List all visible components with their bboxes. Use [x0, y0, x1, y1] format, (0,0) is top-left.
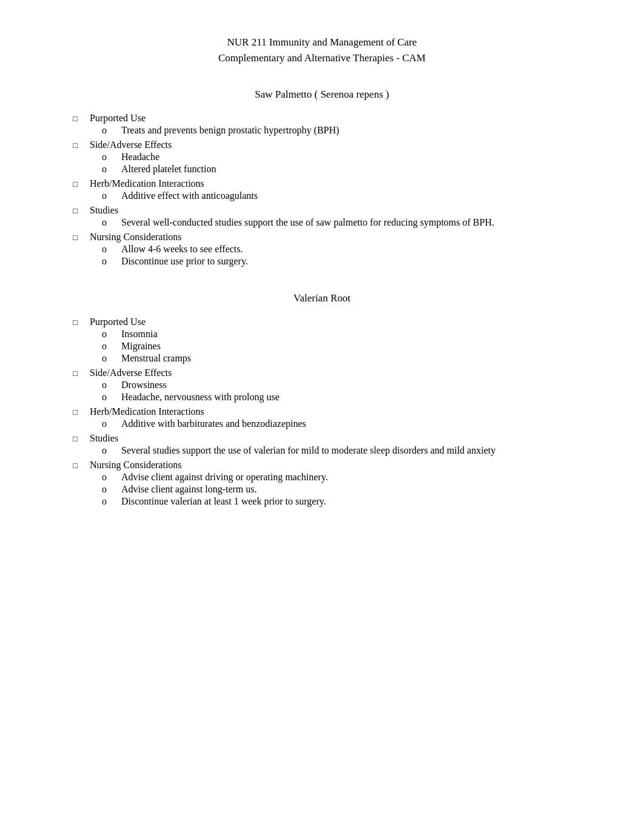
item-label: Side/Adverse Effects: [90, 367, 172, 378]
sub-bullet-icon: o: [102, 445, 114, 456]
sub-list-item: oAdditive effect with anticoagulants: [102, 190, 595, 201]
section1-list: □Purported UseoTreats and prevents benig…: [73, 113, 595, 268]
sub-bullet-icon: o: [102, 152, 114, 163]
sub-list: oAdditive effect with anticoagulants: [102, 190, 595, 201]
sub-item-text: Advise client against long-term us.: [121, 484, 257, 495]
sub-list: oAdditive with barbiturates and benzodia…: [102, 418, 595, 429]
sub-list-item: oInsomnia: [102, 329, 595, 340]
item-label: Purported Use: [90, 317, 146, 327]
sub-bullet-icon: o: [102, 244, 114, 255]
sub-bullet-icon: o: [102, 164, 114, 175]
bullet-icon: □: [73, 206, 82, 216]
sub-bullet-icon: o: [102, 190, 114, 201]
sub-item-text: Advise client against driving or operati…: [121, 472, 328, 483]
sub-item-text: Additive with barbiturates and benzodiaz…: [121, 418, 306, 429]
item-label: Nursing Considerations: [90, 232, 182, 242]
item-label: Nursing Considerations: [90, 460, 182, 470]
bullet-icon: □: [73, 407, 82, 417]
sub-item-text: Discontinue use prior to surgery.: [121, 256, 248, 267]
sub-list-item: oMigraines: [102, 341, 595, 352]
page-title: NUR 211 Immunity and Management of Care: [49, 36, 595, 49]
sub-bullet-icon: o: [102, 217, 114, 228]
sub-list: oDrowsinessoHeadache, nervousness with p…: [102, 380, 595, 403]
sub-item-text: Headache, nervousness with prolong use: [121, 392, 280, 403]
sub-bullet-icon: o: [102, 125, 114, 136]
sub-item-text: Headache: [121, 152, 159, 163]
sub-item-text: Menstrual cramps: [121, 353, 191, 364]
bullet-icon: □: [73, 179, 82, 189]
sub-item-text: Several studies support the use of valer…: [121, 445, 495, 456]
list-item: □Purported UseoTreats and prevents benig…: [73, 113, 595, 137]
sub-list-item: oDiscontinue use prior to surgery.: [102, 256, 595, 267]
bullet-icon: □: [73, 233, 82, 243]
section2-list: □Purported UseoInsomniaoMigrainesoMenstr…: [73, 317, 595, 508]
sub-bullet-icon: o: [102, 392, 114, 403]
sub-list-item: oHeadache, nervousness with prolong use: [102, 392, 595, 403]
sub-bullet-icon: o: [102, 380, 114, 391]
page-subtitle: Complementary and Alternative Therapies …: [49, 52, 595, 64]
section1-title: Saw Palmetto ( Serenoa repens ): [49, 89, 595, 101]
sub-item-text: Altered platelet function: [121, 164, 216, 175]
sub-item-text: Discontinue valerian at least 1 week pri…: [121, 496, 326, 507]
item-label: Herb/Medication Interactions: [90, 406, 204, 417]
bullet-icon: □: [73, 434, 82, 444]
sub-list-item: oAltered platelet function: [102, 164, 595, 175]
sub-list: oInsomniaoMigrainesoMenstrual cramps: [102, 329, 595, 364]
sub-bullet-icon: o: [102, 484, 114, 495]
sub-bullet-icon: o: [102, 256, 114, 267]
bullet-icon: □: [73, 461, 82, 471]
list-item: □Herb/Medication InteractionsoAdditive e…: [73, 178, 595, 203]
sub-item-text: Treats and prevents benign prostatic hyp…: [121, 125, 339, 136]
sub-item-text: Drowsiness: [121, 380, 167, 391]
sub-bullet-icon: o: [102, 329, 114, 340]
sub-list-item: oAdvise client against long-term us.: [102, 484, 595, 495]
sub-item-text: Insomnia: [121, 329, 158, 340]
section2-title: Valerian Root: [49, 292, 595, 304]
sub-item-text: Several well-conducted studies support t…: [121, 217, 494, 228]
bullet-icon: □: [73, 141, 82, 150]
bullet-icon: □: [73, 114, 82, 124]
sub-item-text: Additive effect with anticoagulants: [121, 190, 258, 201]
sub-item-text: Allow 4-6 weeks to see effects.: [121, 244, 243, 255]
sub-list: oSeveral well-conducted studies support …: [102, 217, 595, 228]
sub-list: oSeveral studies support the use of vale…: [102, 445, 595, 456]
sub-item-text: Migraines: [121, 341, 161, 352]
sub-bullet-icon: o: [102, 353, 114, 364]
sub-list-item: oTreats and prevents benign prostatic hy…: [102, 125, 595, 136]
sub-list-item: oMenstrual cramps: [102, 353, 595, 364]
sub-list: oTreats and prevents benign prostatic hy…: [102, 125, 595, 136]
item-label: Studies: [90, 433, 118, 443]
list-item: □StudiesoSeveral studies support the use…: [73, 433, 595, 457]
sub-list-item: oAdvise client against driving or operat…: [102, 472, 595, 483]
sub-bullet-icon: o: [102, 496, 114, 507]
item-label: Herb/Medication Interactions: [90, 178, 204, 189]
list-item: □Purported UseoInsomniaoMigrainesoMenstr…: [73, 317, 595, 365]
sub-list: oAllow 4-6 weeks to see effects.oDiscont…: [102, 244, 595, 267]
sub-list-item: oDiscontinue valerian at least 1 week pr…: [102, 496, 595, 507]
page-header: NUR 211 Immunity and Management of Care …: [49, 36, 595, 64]
list-item: □StudiesoSeveral well-conducted studies …: [73, 205, 595, 229]
item-label: Purported Use: [90, 113, 146, 123]
sub-list-item: oSeveral studies support the use of vale…: [102, 445, 595, 456]
list-item: □Side/Adverse EffectsoDrowsinessoHeadach…: [73, 367, 595, 404]
list-item: □Herb/Medication InteractionsoAdditive w…: [73, 406, 595, 431]
sub-list-item: oSeveral well-conducted studies support …: [102, 217, 595, 228]
list-item: □Nursing ConsiderationsoAllow 4-6 weeks …: [73, 232, 595, 268]
bullet-icon: □: [73, 318, 82, 327]
sub-list-item: oAllow 4-6 weeks to see effects.: [102, 244, 595, 255]
item-label: Studies: [90, 205, 118, 215]
sub-list-item: oAdditive with barbiturates and benzodia…: [102, 418, 595, 429]
list-item: □Nursing ConsiderationsoAdvise client ag…: [73, 460, 595, 508]
sub-list-item: oHeadache: [102, 152, 595, 163]
item-label: Side/Adverse Effects: [90, 139, 172, 150]
sub-list-item: oDrowsiness: [102, 380, 595, 391]
sub-bullet-icon: o: [102, 472, 114, 483]
bullet-icon: □: [73, 369, 82, 378]
list-item: □Side/Adverse EffectsoHeadacheoAltered p…: [73, 139, 595, 176]
sub-list: oHeadacheoAltered platelet function: [102, 152, 595, 175]
sub-list: oAdvise client against driving or operat…: [102, 472, 595, 507]
sub-bullet-icon: o: [102, 418, 114, 429]
sub-bullet-icon: o: [102, 341, 114, 352]
